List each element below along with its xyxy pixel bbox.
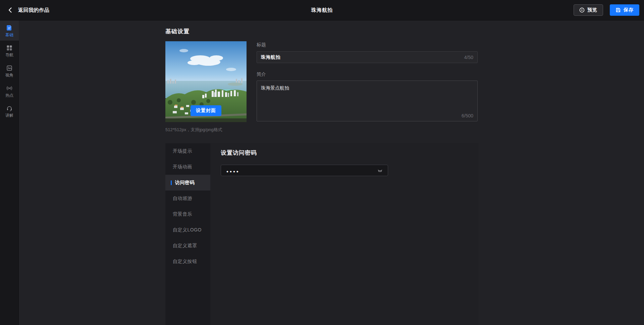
chevron-left-icon (7, 7, 13, 13)
intro-field-label: 简介 (257, 71, 266, 77)
main-content: 基础设置 (19, 20, 644, 325)
title-field-label: 标题 (257, 42, 266, 48)
password-input[interactable]: •••• (221, 165, 388, 176)
section-title: 基础设置 (165, 28, 190, 35)
tab-background-music[interactable]: 背景音乐 (165, 206, 210, 222)
tab-opening-tip[interactable]: 开场提示 (165, 143, 210, 159)
access-password-panel: 设置访问密码 •••• (210, 143, 478, 325)
floppy-save-icon (615, 7, 621, 13)
sidebar-item-hotspot[interactable]: 热点 (0, 81, 19, 101)
intro-textarea[interactable]: 珠海景点航拍 6/500 (257, 80, 478, 121)
sidebar-item-label: 热点 (5, 93, 13, 97)
viewpoint-icon (6, 65, 13, 71)
app-root: 返回我的作品 珠海航拍 预览 保存 (0, 0, 644, 325)
save-button[interactable]: 保存 (610, 4, 639, 16)
page-title: 珠海航拍 (311, 7, 333, 13)
tab-auto-tour[interactable]: 自动巡游 (165, 191, 210, 206)
tab-custom-button[interactable]: 自定义按钮 (165, 254, 210, 269)
hotspot-broadcast-icon (6, 85, 13, 92)
password-panel-heading: 设置访问密码 (221, 149, 257, 157)
title-input-value: 珠海航拍 (261, 54, 280, 60)
preview-button[interactable]: 预览 (574, 4, 603, 16)
intro-textarea-value: 珠海景点航拍 (261, 85, 289, 91)
tab-opening-animation[interactable]: 开场动画 (165, 159, 210, 175)
headset-icon (6, 105, 13, 112)
sidebar-item-navigation[interactable]: 导航 (0, 41, 19, 61)
save-label: 保存 (624, 7, 634, 13)
set-cover-button[interactable]: 设置封面 (191, 105, 221, 116)
password-masked-value: •••• (226, 167, 240, 174)
sidebar: 基础 导航 视角 热点 (0, 20, 19, 325)
cover-image[interactable]: 设置封面 (165, 41, 247, 122)
eye-closed-icon[interactable] (377, 167, 383, 173)
tab-custom-mask[interactable]: 自定义遮罩 (165, 238, 210, 254)
grid-icon (6, 45, 13, 51)
cover-hint: 512*512px，支持jpg/png格式 (165, 127, 222, 133)
sidebar-item-label: 视角 (5, 73, 13, 77)
topbar: 返回我的作品 珠海航拍 预览 保存 (0, 0, 644, 20)
title-input[interactable]: 珠海航拍 4/50 (257, 51, 478, 63)
back-label: 返回我的作品 (18, 7, 49, 13)
document-icon (6, 24, 13, 31)
sidebar-item-viewpoint[interactable]: 视角 (0, 61, 19, 81)
back-button[interactable]: 返回我的作品 (0, 7, 49, 13)
settings-tab-list: 开场提示 开场动画 访问密码 自动巡游 背景音乐 自定义LOGO 自定义遮罩 自… (165, 143, 210, 325)
title-char-counter: 4/50 (464, 55, 473, 60)
tab-custom-logo[interactable]: 自定义LOGO (165, 222, 210, 238)
sidebar-item-narration[interactable]: 讲解 (0, 101, 19, 121)
preview-label: 预览 (587, 7, 597, 13)
sidebar-item-label: 导航 (5, 53, 13, 57)
tab-access-password[interactable]: 访问密码 (165, 175, 210, 191)
topbar-actions: 预览 保存 (574, 4, 644, 16)
play-circle-icon (579, 7, 585, 13)
sidebar-item-label: 基础 (5, 33, 13, 37)
sidebar-item-basic[interactable]: 基础 (0, 20, 19, 41)
intro-char-counter: 6/500 (462, 113, 473, 118)
sidebar-item-label: 讲解 (5, 113, 13, 117)
